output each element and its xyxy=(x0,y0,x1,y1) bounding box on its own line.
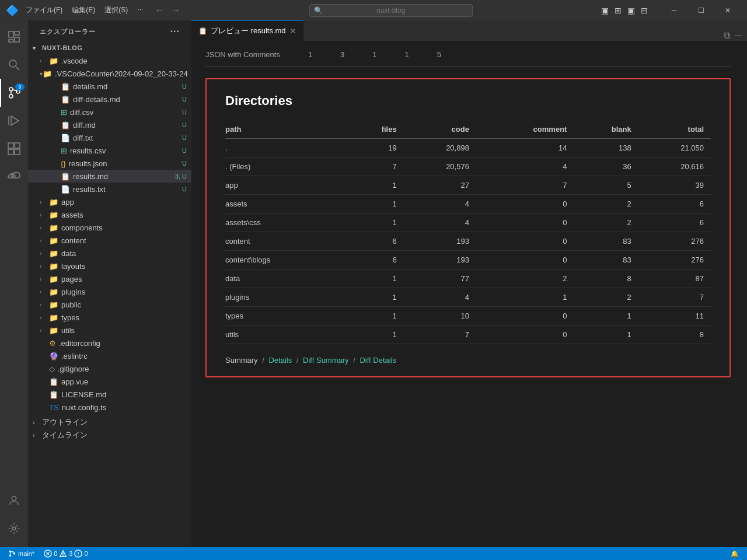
activity-source-control[interactable]: 9 xyxy=(0,79,28,107)
activity-extensions[interactable] xyxy=(0,135,28,163)
public-label: public xyxy=(61,300,81,309)
table-row: content6193083276 xyxy=(225,232,711,251)
sidebar-item-app-vue[interactable]: 📋 app.vue xyxy=(28,375,191,388)
cell-path: data xyxy=(225,270,350,288)
layout-icon-1[interactable]: ▣ xyxy=(601,6,609,15)
cell-total: 39 xyxy=(638,176,711,195)
cell-blank: 83 xyxy=(574,232,638,251)
sidebar-item-license-md[interactable]: 📋 LICENSE.md xyxy=(28,388,191,401)
diff-summary-link[interactable]: Diff Summary xyxy=(303,356,349,365)
sidebar-item-components[interactable]: › 📁 components xyxy=(28,221,191,234)
cell-blank: 83 xyxy=(574,251,638,270)
sidebar-item-types[interactable]: › 📁 types xyxy=(28,311,191,324)
sidebar-item-content[interactable]: › 📁 content xyxy=(28,234,191,247)
activity-explorer[interactable] xyxy=(0,23,28,51)
cell-total: 7 xyxy=(638,288,711,307)
sidebar-item-public[interactable]: › 📁 public xyxy=(28,298,191,311)
activity-run[interactable] xyxy=(0,107,28,135)
minimize-button[interactable]: ─ xyxy=(661,0,687,20)
activity-settings[interactable] xyxy=(0,514,28,542)
cell-blank: 5 xyxy=(574,176,638,195)
sidebar-item-plugins[interactable]: › 📁 plugins xyxy=(28,285,191,298)
cell-code: 4 xyxy=(404,195,476,214)
activity-docker[interactable] xyxy=(0,163,28,191)
nav-back[interactable]: ← xyxy=(155,5,164,16)
sidebar-item-results-md[interactable]: 📋 results.md 3, U xyxy=(28,170,191,183)
layout-icon-4[interactable]: ⊟ xyxy=(641,6,648,15)
cell-code: 20,576 xyxy=(404,158,476,176)
cell-path: . xyxy=(225,139,350,158)
info-count: 0 xyxy=(84,550,88,557)
menu-edit[interactable]: 編集(E) xyxy=(72,5,95,15)
sidebar-item-assets[interactable]: › 📁 assets xyxy=(28,208,191,221)
cell-total: 276 xyxy=(638,232,711,251)
sidebar-item-nuxt-config[interactable]: TS nuxt.config.ts xyxy=(28,401,191,414)
cell-files: 6 xyxy=(350,232,403,251)
table-row: assets\css14026 xyxy=(225,214,711,232)
branch-indicator[interactable]: main* xyxy=(5,547,38,560)
sidebar-more[interactable]: ··· xyxy=(170,26,180,37)
tab-close-button[interactable]: ✕ xyxy=(289,26,296,36)
sidebar-item-eslintrc[interactable]: 🔮 .eslintrc xyxy=(28,349,191,362)
svg-point-22 xyxy=(9,555,12,557)
sidebar-item-data[interactable]: › 📁 data xyxy=(28,247,191,260)
more-actions-icon[interactable]: ··· xyxy=(735,30,742,41)
search-input[interactable] xyxy=(309,4,473,17)
menu-select[interactable]: 選択(S) xyxy=(104,5,128,15)
top-row-val1: 1 xyxy=(308,50,312,59)
results-json-badge: U xyxy=(182,160,187,167)
cell-files: 1 xyxy=(350,326,403,344)
sidebar-item-diff-txt[interactable]: 📄 diff.txt U xyxy=(28,131,191,144)
cell-path: content\blogs xyxy=(225,251,350,270)
close-button[interactable]: ✕ xyxy=(714,0,741,20)
sidebar-item-utils[interactable]: › 📁 utils xyxy=(28,324,191,337)
split-editor-icon[interactable]: ⧉ xyxy=(724,30,730,41)
col-total: total xyxy=(638,120,711,139)
svg-rect-12 xyxy=(8,143,13,148)
menu-more[interactable]: ··· xyxy=(137,5,143,15)
sidebar-item-diff-details-md[interactable]: 📋 diff-details.md U xyxy=(28,93,191,106)
notification-icon[interactable]: 🔔 xyxy=(727,547,742,560)
sidebar-item-layouts[interactable]: › 📁 layouts xyxy=(28,260,191,272)
svg-point-23 xyxy=(13,552,16,555)
col-files: files xyxy=(350,120,403,139)
cell-comment: 14 xyxy=(476,139,574,158)
cell-blank: 1 xyxy=(574,326,638,344)
svg-rect-1 xyxy=(15,32,19,35)
layout-icon-2[interactable]: ⊞ xyxy=(615,6,622,15)
errors-indicator[interactable]: 0 3 0 xyxy=(40,547,91,560)
sidebar-item-vscode-counter[interactable]: ▾ 📁 .VSCodeCounter\2024-09-02_20-33-24 xyxy=(28,67,191,80)
sidebar-item-results-json[interactable]: {} results.json U xyxy=(28,157,191,170)
maximize-button[interactable]: ☐ xyxy=(687,0,714,20)
activity-search[interactable] xyxy=(0,51,28,79)
sidebar-tree: ▾ NUXT-BLOG › 📁 .vscode ▾ 📁 .VSCodeCount… xyxy=(28,41,191,547)
sidebar-item-editorconfig[interactable]: ⚙ .editorconfig xyxy=(28,337,191,349)
errors-count: 0 xyxy=(54,550,57,557)
sidebar-item-vscode[interactable]: › 📁 .vscode xyxy=(28,54,191,67)
menu-file[interactable]: ファイル(F) xyxy=(26,5,62,15)
svg-point-32 xyxy=(78,555,79,555)
sidebar-item-diff-csv[interactable]: ⊞ diff.csv U xyxy=(28,106,191,118)
editor-content[interactable]: JSON with Comments 1 3 1 1 5 Directories… xyxy=(191,41,747,547)
sidebar-item-diff-md[interactable]: 📋 diff.md U xyxy=(28,118,191,131)
sidebar-outline[interactable]: › アウトライン xyxy=(28,416,191,429)
details-link[interactable]: Details xyxy=(268,356,292,365)
diff-details-link[interactable]: Diff Details xyxy=(359,356,396,365)
activity-account[interactable] xyxy=(0,487,28,514)
tab-results-md[interactable]: 📋 プレビュー results.md ✕ xyxy=(191,20,303,41)
sidebar-item-details-md[interactable]: 📋 details.md U xyxy=(28,80,191,93)
results-txt-label: results.txt xyxy=(73,185,106,194)
sidebar-item-pages[interactable]: › 📁 pages xyxy=(28,272,191,285)
svg-marker-10 xyxy=(11,116,19,125)
cell-comment: 2 xyxy=(476,270,574,288)
sidebar-timeline[interactable]: › タイムライン xyxy=(28,429,191,442)
results-md-badge: 3, U xyxy=(175,173,187,180)
layout-icon-3[interactable]: ▣ xyxy=(627,6,635,15)
results-csv-badge: U xyxy=(182,147,187,154)
sidebar-item-results-csv[interactable]: ⊞ results.csv U xyxy=(28,144,191,157)
nav-forward[interactable]: → xyxy=(171,5,180,16)
sidebar-item-gitignore[interactable]: ◇ .gitignore xyxy=(28,362,191,375)
sidebar-item-results-txt[interactable]: 📄 results.txt U xyxy=(28,183,191,195)
sidebar-item-app[interactable]: › 📁 app xyxy=(28,195,191,208)
sidebar-root[interactable]: ▾ NUXT-BLOG xyxy=(28,41,191,54)
